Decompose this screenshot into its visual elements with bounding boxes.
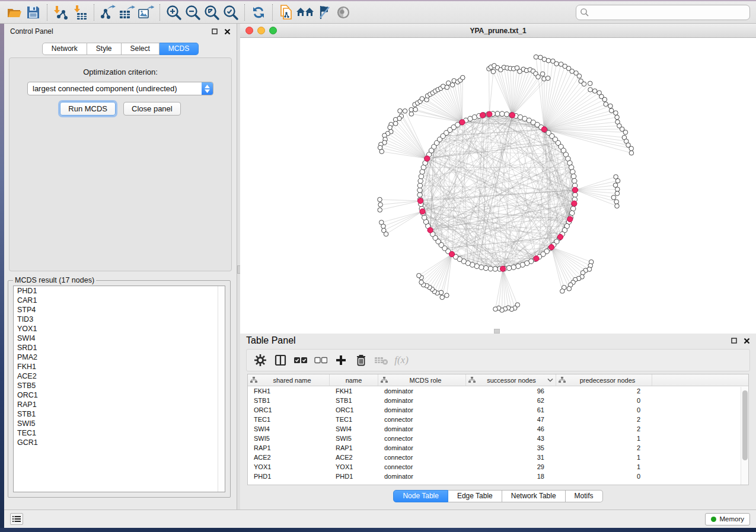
mcds-result-item[interactable]: SRD1 (14, 343, 225, 352)
mcds-node[interactable] (557, 234, 563, 239)
mcds-node[interactable] (548, 245, 554, 250)
clear-selection-button[interactable] (312, 352, 330, 368)
mcds-node[interactable] (487, 111, 492, 117)
tab-motifs[interactable]: Motifs (566, 490, 603, 502)
save-session-button[interactable] (24, 4, 43, 21)
close-panel-icon[interactable] (224, 28, 231, 35)
mcds-result-item[interactable]: STB1 (14, 409, 225, 419)
hide-selected-button[interactable] (315, 4, 334, 21)
close-panel-icon[interactable] (744, 338, 750, 344)
tab-mcds[interactable]: MCDS (160, 43, 199, 55)
tab-select[interactable]: Select (122, 43, 160, 55)
mcds-node[interactable] (417, 198, 423, 203)
mcds-node[interactable] (500, 266, 506, 271)
function-builder-button[interactable]: f(x) (393, 352, 410, 368)
table-row[interactable]: TEC1TEC1connector472 (248, 415, 748, 424)
task-history-button[interactable] (10, 513, 23, 525)
import-network-button[interactable] (52, 4, 71, 21)
cell-shared-name: TEC1 (248, 416, 330, 423)
column-header-MCDS-role[interactable]: MCDS role (378, 374, 466, 386)
mcds-result-item[interactable]: CAR1 (14, 296, 225, 305)
mcds-result-item[interactable]: RAP1 (14, 400, 225, 409)
table-row[interactable]: STB1STB1dominator620 (248, 396, 748, 405)
zoom-fit-button[interactable] (202, 4, 221, 21)
column-header-shared-name[interactable]: shared name (248, 374, 330, 386)
show-all-button[interactable] (334, 4, 353, 21)
network-canvas[interactable] (240, 38, 756, 334)
mcds-node[interactable] (428, 227, 433, 233)
float-panel-icon[interactable] (731, 338, 737, 344)
mcds-node[interactable] (534, 256, 539, 261)
refresh-button[interactable] (249, 4, 268, 21)
mcds-node[interactable] (572, 187, 578, 193)
splitter-grip-icon[interactable] (494, 329, 500, 334)
mcds-result-item[interactable]: TID3 (14, 315, 225, 324)
table-row[interactable]: FKH1FKH1dominator962 (248, 386, 748, 396)
column-header-successor-nodes[interactable]: successor nodes (466, 374, 556, 386)
table-scrollbar[interactable] (741, 387, 748, 485)
mcds-result-item[interactable]: GCR1 (14, 438, 225, 447)
tab-network-table[interactable]: Network Table (502, 490, 566, 502)
table-row[interactable]: YOX1YOX1connector291 (248, 462, 748, 472)
mcds-result-item[interactable]: SWI4 (14, 334, 225, 343)
mcds-result-item[interactable]: FKH1 (14, 362, 225, 371)
memory-button[interactable]: Memory (705, 513, 750, 525)
delete-table-button[interactable] (372, 352, 390, 368)
delete-column-button[interactable] (352, 352, 370, 368)
select-all-button[interactable] (292, 352, 310, 368)
column-header-predecessor-nodes[interactable]: predecessor nodes (556, 374, 652, 386)
table-mode-button[interactable] (251, 352, 269, 368)
open-session-button[interactable] (5, 4, 24, 21)
list-scrollbar[interactable] (218, 286, 225, 492)
mcds-result-item[interactable]: STB5 (14, 381, 225, 390)
table-row[interactable]: SWI5SWI5connector431 (248, 434, 748, 443)
clone-network-button[interactable] (277, 4, 296, 21)
mcds-node[interactable] (420, 209, 425, 214)
first-neighbors-button[interactable] (296, 4, 315, 21)
zoom-selected-button[interactable] (221, 4, 240, 21)
column-header-name[interactable]: name (330, 374, 378, 386)
table-row[interactable]: RAP1RAP1dominator352 (248, 443, 748, 453)
cell-predecessor-nodes: 1 (556, 463, 652, 470)
mcds-result-item[interactable]: TEC1 (14, 428, 225, 438)
zoom-in-button[interactable] (164, 4, 183, 21)
float-panel-icon[interactable] (212, 28, 218, 34)
mcds-result-item[interactable]: STP4 (14, 305, 225, 315)
mcds-result-item[interactable]: PMA2 (14, 352, 225, 362)
close-panel-button[interactable]: Close panel (123, 102, 181, 116)
mcds-result-item[interactable]: ORC1 (14, 390, 225, 400)
tab-style[interactable]: Style (87, 43, 122, 55)
zoom-out-button[interactable] (183, 4, 202, 21)
table-row[interactable]: SWI4SWI4dominator462 (248, 424, 748, 434)
mcds-result-item[interactable]: PHD1 (14, 286, 225, 296)
export-table-button[interactable] (117, 4, 136, 21)
mcds-node[interactable] (572, 201, 577, 206)
tab-network[interactable]: Network (42, 43, 87, 55)
mcds-result-item[interactable]: ACE2 (14, 371, 225, 381)
mcds-node[interactable] (425, 156, 430, 161)
export-image-button[interactable] (136, 4, 155, 21)
mcds-node[interactable] (449, 251, 454, 257)
mcds-node[interactable] (480, 113, 485, 118)
network-graph[interactable] (240, 38, 756, 334)
show-columns-button[interactable] (272, 352, 289, 368)
add-column-button[interactable] (332, 352, 350, 368)
table-row[interactable]: ORC1ORC1dominator610 (248, 405, 748, 415)
search-input[interactable] (589, 8, 746, 17)
mcds-result-item[interactable]: SWI5 (14, 419, 225, 428)
optimization-criterion-select[interactable]: largest connected component (undirected) (27, 82, 213, 95)
mcds-node[interactable] (509, 113, 515, 118)
tab-node-table[interactable]: Node Table (393, 490, 448, 502)
mcds-node[interactable] (541, 127, 547, 132)
table-row[interactable]: PHD1PHD1dominator180 (248, 472, 748, 481)
run-mcds-button[interactable]: Run MCDS (60, 102, 116, 116)
mcds-result-item[interactable]: YOX1 (14, 324, 225, 334)
table-row[interactable]: ACE2ACE2connector311 (248, 453, 748, 462)
mcds-result-list[interactable]: PHD1CAR1STP4TID3YOX1SWI4SRD1PMA2FKH1ACE2… (13, 286, 225, 492)
mcds-node[interactable] (567, 216, 573, 222)
scrollbar-thumb[interactable] (742, 390, 748, 460)
export-network-button[interactable] (98, 4, 117, 21)
import-table-button[interactable] (71, 4, 90, 21)
mcds-node[interactable] (460, 120, 465, 125)
tab-edge-table[interactable]: Edge Table (448, 490, 502, 502)
